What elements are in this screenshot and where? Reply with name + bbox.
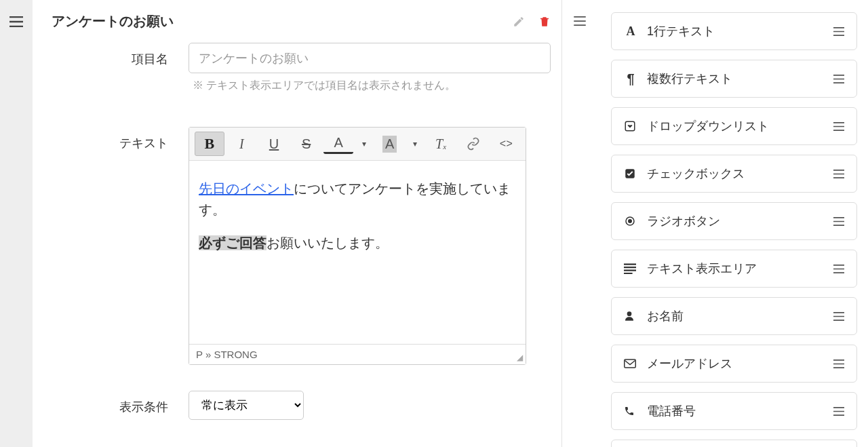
item-name-label: 項目名 <box>33 43 189 93</box>
strike-button[interactable]: S <box>292 132 321 156</box>
person-icon <box>624 310 637 322</box>
drag-handle-icon[interactable] <box>833 75 844 83</box>
rich-text-editor: B I U S A ▾ A ▾ Tx < > <box>189 127 526 365</box>
radio-icon <box>624 215 637 227</box>
font-icon: A <box>624 24 637 39</box>
palette-label: 電話番号 <box>647 403 696 419</box>
rte-text: お願いいたします。 <box>267 235 389 250</box>
palette-item-textarea[interactable]: テキスト表示エリア <box>611 250 857 288</box>
palette-item-font[interactable]: A1行テキスト <box>611 12 857 50</box>
textarea-icon <box>624 263 637 274</box>
bg-color-dropdown[interactable]: ▾ <box>407 132 423 156</box>
bold-button[interactable]: B <box>195 132 224 156</box>
palette-item-radio[interactable]: ラジオボタン <box>611 202 857 240</box>
palette-item-link[interactable]: URL <box>611 440 857 447</box>
palette-label: 複数行テキスト <box>647 71 732 87</box>
palette-item-paragraph[interactable]: ¶複数行テキスト <box>611 60 857 98</box>
field-palette: A1行テキスト¶複数行テキストドロップダウンリストチェックボックスラジオボタンテ… <box>597 0 868 447</box>
paragraph-icon: ¶ <box>624 71 637 87</box>
phone-icon <box>624 406 637 416</box>
palette-item-mail[interactable]: メールアドレス <box>611 345 857 383</box>
item-name-help: ※ テキスト表示エリアでは項目名は表示されません。 <box>189 79 551 93</box>
delete-icon[interactable] <box>538 15 551 28</box>
svg-point-4 <box>627 311 632 316</box>
mid-menu-toggle[interactable] <box>574 16 586 447</box>
rte-bold-selected: 必ずご回答 <box>199 235 267 250</box>
drag-handle-icon[interactable] <box>833 265 844 273</box>
source-button[interactable]: < > <box>490 132 520 156</box>
italic-button[interactable]: I <box>227 132 257 156</box>
palette-label: お名前 <box>647 308 684 324</box>
palette-label: ラジオボタン <box>647 213 720 229</box>
dropdown-icon <box>624 120 637 132</box>
svg-rect-5 <box>625 359 636 368</box>
drag-handle-icon[interactable] <box>833 122 844 131</box>
rte-toolbar: B I U S A ▾ A ▾ Tx < > <box>189 128 526 161</box>
text-color-button[interactable]: A <box>323 134 353 154</box>
drag-handle-icon[interactable] <box>833 217 844 226</box>
item-name-input[interactable] <box>189 43 551 73</box>
rte-content[interactable]: 先日のイベントについてアンケートを実施しています。 必ずご回答お願いいたします。 <box>189 161 526 344</box>
link-button[interactable] <box>458 132 488 156</box>
palette-item-checkbox[interactable]: チェックボックス <box>611 155 857 193</box>
palette-item-phone[interactable]: 電話番号 <box>611 392 857 430</box>
left-menu-toggle[interactable] <box>9 16 23 447</box>
checkbox-icon <box>624 168 637 180</box>
palette-label: チェックボックス <box>647 166 745 182</box>
palette-item-person[interactable]: お名前 <box>611 297 857 335</box>
section-title: アンケートのお願い <box>52 12 174 31</box>
text-color-dropdown[interactable]: ▾ <box>356 132 372 156</box>
rte-link[interactable]: 先日のイベント <box>199 181 294 196</box>
palette-label: 1行テキスト <box>647 23 715 39</box>
display-condition-select[interactable]: 常に表示 <box>189 391 304 420</box>
drag-handle-icon[interactable] <box>833 407 844 416</box>
palette-label: テキスト表示エリア <box>647 260 757 277</box>
palette-label: メールアドレス <box>647 355 732 372</box>
palette-label: ドロップダウンリスト <box>647 118 769 134</box>
rte-resize-handle[interactable]: ◢ <box>517 353 523 362</box>
display-condition-label: 表示条件 <box>33 391 189 420</box>
drag-handle-icon[interactable] <box>833 312 844 321</box>
drag-handle-icon[interactable] <box>833 27 844 36</box>
mail-icon <box>624 359 637 368</box>
clear-format-button[interactable]: Tx <box>426 132 456 156</box>
drag-handle-icon[interactable] <box>833 170 844 178</box>
underline-button[interactable]: U <box>259 132 289 156</box>
edit-icon[interactable] <box>513 16 525 28</box>
text-label: テキスト <box>33 127 189 365</box>
bg-color-button[interactable]: A <box>375 132 405 156</box>
palette-item-dropdown[interactable]: ドロップダウンリスト <box>611 107 857 145</box>
svg-point-3 <box>629 220 632 223</box>
drag-handle-icon[interactable] <box>833 359 844 368</box>
rte-element-path: P » STRONG ◢ <box>189 344 526 364</box>
